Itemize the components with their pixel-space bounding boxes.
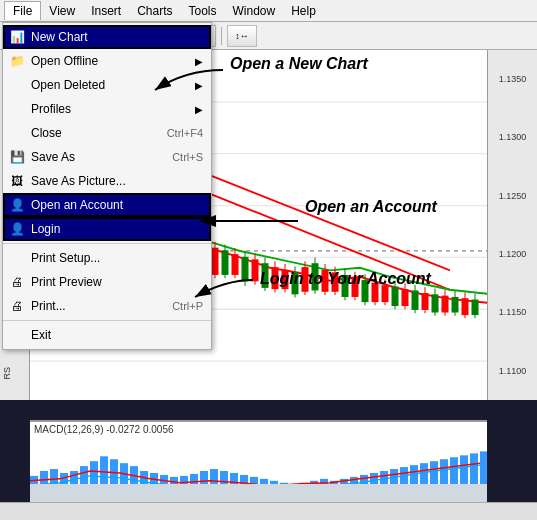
profiles-label: Profiles xyxy=(31,102,71,116)
login-label: Login xyxy=(31,222,60,236)
folder-icon: 📁 xyxy=(7,54,27,68)
save-as-label: Save As xyxy=(31,150,75,164)
login-icon: 👤 xyxy=(7,222,27,236)
new-chart-icon: 📊 xyxy=(7,30,27,44)
separator-2 xyxy=(3,320,211,321)
menu-new-chart[interactable]: 📊 New Chart xyxy=(3,25,211,49)
menu-open-account[interactable]: 👤 Open an Account xyxy=(3,193,211,217)
open-offline-label: Open Offline xyxy=(31,54,98,68)
arrow-icon-3: ▶ xyxy=(195,104,203,115)
menu-exit[interactable]: Exit xyxy=(3,323,211,347)
menu-print[interactable]: 🖨 Print... Ctrl+P xyxy=(3,294,211,318)
file-dropdown-menu: 📊 New Chart 📁 Open Offline ▶ Open Delete… xyxy=(2,22,212,350)
print-label: Print... xyxy=(31,299,66,313)
account-icon: 👤 xyxy=(7,198,27,212)
menu-close[interactable]: Close Ctrl+F4 xyxy=(3,121,211,145)
save-shortcut: Ctrl+S xyxy=(172,151,203,163)
menu-open-offline[interactable]: 📁 Open Offline ▶ xyxy=(3,49,211,73)
arrow-icon: ▶ xyxy=(195,56,203,67)
save-as-picture-label: Save As Picture... xyxy=(31,174,126,188)
menu-insert[interactable]: Insert xyxy=(83,2,129,20)
print-shortcut: Ctrl+P xyxy=(172,300,203,312)
menu-save-as-picture[interactable]: 🖼 Save As Picture... xyxy=(3,169,211,193)
open-account-label: Open an Account xyxy=(31,198,123,212)
close-shortcut: Ctrl+F4 xyxy=(167,127,203,139)
right-axis: 1.1350 1.1300 1.1250 1.1200 1.1150 1.110… xyxy=(487,50,537,400)
close-label: Close xyxy=(31,126,62,140)
menu-open-deleted[interactable]: Open Deleted ▶ xyxy=(3,73,211,97)
tab-bar xyxy=(30,484,487,502)
status-bar xyxy=(0,502,537,520)
menubar: File View Insert Charts Tools Window Hel… xyxy=(0,0,537,22)
save-icon: 💾 xyxy=(7,150,27,164)
print-preview-label: Print Preview xyxy=(31,275,102,289)
separator-1 xyxy=(3,243,211,244)
menu-window[interactable]: Window xyxy=(225,2,284,20)
arrow-icon-2: ▶ xyxy=(195,80,203,91)
print-setup-label: Print Setup... xyxy=(31,251,100,265)
menu-file[interactable]: File xyxy=(4,1,41,20)
picture-icon: 🖼 xyxy=(7,174,27,188)
zoom-btn[interactable]: ↕↔ xyxy=(227,25,257,47)
exit-label: Exit xyxy=(31,328,51,342)
print-icon: 🖨 xyxy=(7,299,27,313)
menu-help[interactable]: Help xyxy=(283,2,324,20)
menu-save-as[interactable]: 💾 Save As Ctrl+S xyxy=(3,145,211,169)
toolbar-sep-3 xyxy=(221,27,222,45)
menu-login[interactable]: 👤 Login xyxy=(3,217,211,241)
macd-label: MACD(12,26,9) -0.0272 0.0056 xyxy=(34,424,174,435)
preview-icon: 🖨 xyxy=(7,275,27,289)
menu-tools[interactable]: Tools xyxy=(181,2,225,20)
menu-profiles[interactable]: Profiles ▶ xyxy=(3,97,211,121)
open-deleted-label: Open Deleted xyxy=(31,78,105,92)
new-chart-label: New Chart xyxy=(31,30,88,44)
menu-print-setup[interactable]: Print Setup... xyxy=(3,246,211,270)
menu-print-preview[interactable]: 🖨 Print Preview xyxy=(3,270,211,294)
menu-view[interactable]: View xyxy=(41,2,83,20)
menu-charts[interactable]: Charts xyxy=(129,2,180,20)
rs-label: RS xyxy=(2,367,12,380)
